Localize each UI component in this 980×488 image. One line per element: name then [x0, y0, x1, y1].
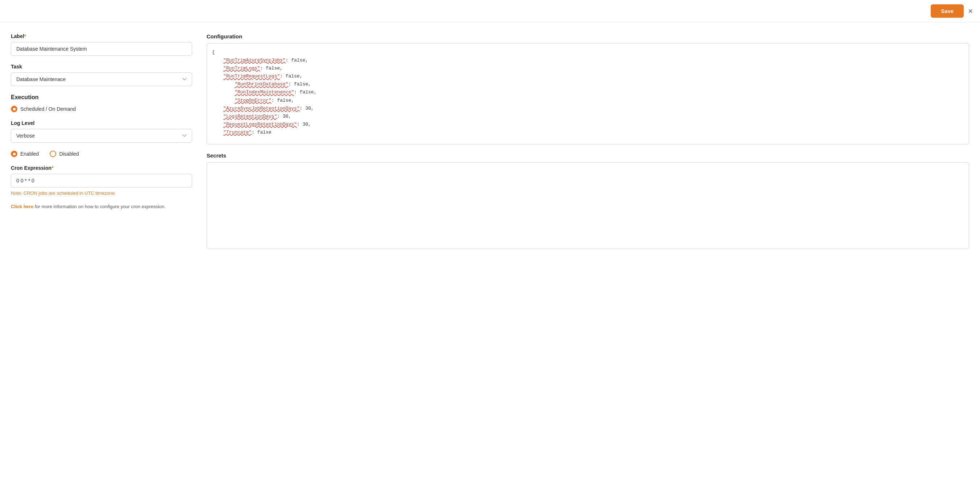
disabled-option[interactable]: Disabled	[50, 151, 79, 157]
log-level-select[interactable]: Verbose Info Warning Error	[11, 129, 192, 143]
execution-heading: Execution	[11, 94, 192, 101]
execution-group: Execution Scheduled / On Demand	[11, 94, 192, 112]
cron-group: Cron Expression* Note: CRON jobs are sch…	[11, 165, 192, 196]
cron-label: Cron Expression*	[11, 165, 192, 171]
log-level-group: Log Level Verbose Info Warning Error	[11, 120, 192, 143]
label-group: Label*	[11, 33, 192, 56]
disabled-label[interactable]: Disabled	[59, 151, 79, 157]
label-field-label: Label*	[11, 33, 192, 39]
scheduled-on-demand-radio[interactable]	[11, 106, 18, 112]
config-box[interactable]: { "RunTrimAzureSyncJobs": false, "RunTri…	[207, 43, 969, 144]
click-here-suffix: for more information on how to configure…	[33, 204, 165, 209]
save-button[interactable]: Save	[931, 4, 964, 18]
enabled-radio[interactable]	[11, 151, 18, 157]
status-row: Enabled Disabled	[11, 151, 192, 157]
right-panel: Configuration { "RunTrimAzureSyncJobs": …	[207, 33, 969, 249]
enabled-label[interactable]: Enabled	[20, 151, 39, 157]
left-panel: Label* Task Database Maintenace Executio…	[11, 33, 192, 249]
log-level-label: Log Level	[11, 120, 192, 126]
click-here-link[interactable]: Click here	[11, 204, 33, 209]
main-content: Label* Task Database Maintenace Executio…	[0, 22, 980, 260]
label-input[interactable]	[11, 42, 192, 56]
cron-input[interactable]	[11, 174, 192, 187]
execution-radio-group: Scheduled / On Demand	[11, 106, 192, 112]
top-bar: Save ×	[0, 0, 980, 22]
enabled-option[interactable]: Enabled	[11, 151, 39, 157]
secrets-box[interactable]	[207, 162, 969, 249]
task-group: Task Database Maintenace	[11, 64, 192, 86]
task-select[interactable]: Database Maintenace	[11, 73, 192, 86]
cron-note: Note: CRON jobs are scheduled in UTC tim…	[11, 190, 192, 196]
scheduled-on-demand-label[interactable]: Scheduled / On Demand	[20, 106, 76, 112]
disabled-radio[interactable]	[50, 151, 56, 157]
secrets-label: Secrets	[207, 152, 969, 158]
click-here-row: Click here for more information on how t…	[11, 204, 192, 209]
config-label: Configuration	[207, 33, 969, 40]
close-button[interactable]: ×	[968, 7, 973, 15]
task-label: Task	[11, 64, 192, 70]
